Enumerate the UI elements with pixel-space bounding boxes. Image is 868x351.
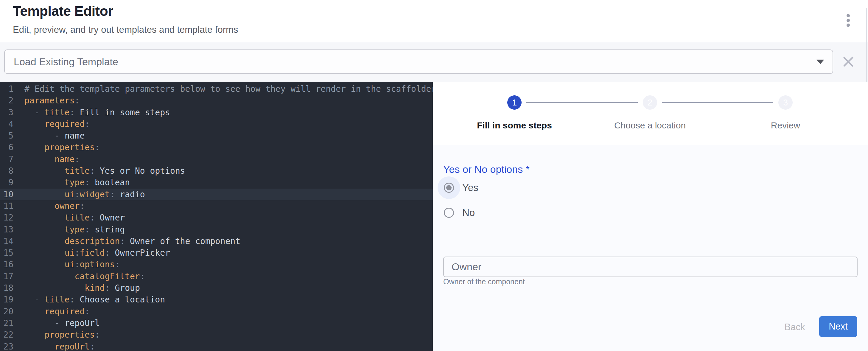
line-code: title: Owner — [24, 212, 125, 224]
code-line-7[interactable]: 7 name: — [0, 153, 433, 165]
code-lines: 1# Edit the template parameters below to… — [0, 83, 433, 351]
line-code: repoUrl: — [24, 341, 95, 351]
line-code: kind: Group — [24, 282, 140, 294]
code-line-18[interactable]: 18 kind: Group — [0, 282, 433, 294]
line-code: - title: Choose a location — [24, 294, 165, 305]
code-line-10[interactable]: 10 ui:widget: radio — [0, 188, 433, 200]
radio-no-label[interactable]: No — [462, 207, 552, 218]
step-label: Review — [726, 120, 845, 130]
step-label: Choose a location — [590, 120, 710, 130]
line-code: - name — [24, 130, 85, 142]
code-line-15[interactable]: 15 ui:field: OwnerPicker — [0, 247, 433, 259]
page-subtitle: Edit, preview, and try out templates and… — [13, 24, 238, 35]
code-line-13[interactable]: 13 type: string — [0, 224, 433, 235]
owner-field-helper: Owner of the component — [443, 277, 525, 286]
template-code-editor[interactable]: 1# Edit the template parameters below to… — [0, 82, 433, 351]
line-number: 13 — [0, 224, 13, 235]
next-button[interactable]: Next — [819, 316, 857, 337]
code-line-20[interactable]: 20 required: — [0, 306, 433, 317]
code-line-1[interactable]: 1# Edit the template parameters below to… — [0, 83, 433, 95]
line-code: ui:widget: radio — [24, 188, 145, 200]
line-number: 20 — [0, 306, 13, 317]
line-code: # Edit the template parameters below to … — [24, 83, 433, 95]
back-button[interactable]: Back — [775, 320, 814, 333]
line-number: 7 — [0, 153, 13, 165]
line-number: 15 — [0, 247, 13, 259]
line-number: 5 — [0, 130, 13, 142]
code-line-8[interactable]: 8 title: Yes or No options — [0, 165, 433, 177]
radio-no[interactable] — [444, 208, 454, 218]
line-number: 22 — [0, 329, 13, 341]
line-code: properties: — [24, 142, 100, 153]
step-choose-a-location[interactable]: 2 Choose a location — [590, 95, 710, 130]
line-number: 6 — [0, 142, 13, 153]
code-line-11[interactable]: 11 owner: — [0, 200, 433, 212]
code-line-2[interactable]: 2parameters: — [0, 95, 433, 106]
load-template-select-value: Load Existing Template — [14, 50, 118, 73]
line-code: description: Owner of the component — [24, 235, 240, 247]
step-label: Fill in some steps — [455, 120, 574, 130]
line-number: 16 — [0, 259, 13, 270]
step-review[interactable]: 3 Review — [726, 95, 845, 130]
page-header: Template Editor Edit, preview, and try o… — [0, 0, 868, 42]
code-line-3[interactable]: 3 - title: Fill in some steps — [0, 107, 433, 118]
line-number: 17 — [0, 270, 13, 282]
step-number-badge: 3 — [778, 95, 793, 110]
required-marker: * — [523, 164, 530, 175]
line-code: title: Yes or No options — [24, 165, 185, 177]
radio-group-label: Yes or No options * — [443, 164, 530, 175]
line-code: - repoUrl — [24, 317, 100, 329]
line-code: name: — [24, 153, 80, 165]
load-template-select[interactable]: Load Existing Template — [4, 50, 833, 74]
code-line-17[interactable]: 17 catalogFilter: — [0, 270, 433, 282]
line-number: 23 — [0, 341, 13, 351]
line-number: 1 — [0, 83, 13, 95]
line-code: - title: Fill in some steps — [24, 107, 170, 118]
line-number: 14 — [0, 235, 13, 247]
line-number: 11 — [0, 200, 13, 212]
owner-field[interactable]: Owner — [443, 257, 858, 277]
code-line-6[interactable]: 6 properties: — [0, 142, 433, 153]
code-line-4[interactable]: 4 required: — [0, 118, 433, 130]
template-form: Yes or No options * Yes No Owner Owner o… — [433, 145, 868, 351]
line-number: 3 — [0, 107, 13, 118]
line-number: 8 — [0, 165, 13, 177]
line-number: 10 — [0, 188, 13, 200]
line-number: 18 — [0, 282, 13, 294]
code-line-12[interactable]: 12 title: Owner — [0, 212, 433, 224]
line-code: ui:field: OwnerPicker — [24, 247, 170, 259]
caret-down-icon — [816, 60, 824, 64]
code-line-16[interactable]: 16 ui:options: — [0, 259, 433, 270]
line-number: 2 — [0, 95, 13, 106]
code-line-22[interactable]: 22 properties: — [0, 329, 433, 341]
toolbar: Load Existing Template — [0, 42, 868, 82]
line-number: 9 — [0, 177, 13, 188]
page-title: Template Editor — [13, 3, 113, 19]
line-code: parameters: — [24, 95, 80, 106]
line-code: owner: — [24, 200, 85, 212]
radio-selected-dot — [446, 185, 452, 191]
line-code: required: — [24, 118, 90, 130]
owner-field-label: Owner — [452, 257, 482, 276]
close-icon[interactable] — [842, 55, 855, 68]
line-code: ui:options: — [24, 259, 120, 270]
code-line-5[interactable]: 5 - name — [0, 130, 433, 142]
line-code: required: — [24, 306, 90, 317]
line-code: type: boolean — [24, 177, 130, 188]
step-fill-in-some-steps[interactable]: 1 Fill in some steps — [455, 95, 574, 130]
stepper: 1 Fill in some steps 2 Choose a location… — [433, 82, 868, 145]
line-code: properties: — [24, 329, 100, 341]
step-number-badge: 2 — [643, 95, 657, 110]
kebab-menu-icon[interactable] — [844, 14, 851, 29]
radio-yes-label[interactable]: Yes — [462, 182, 552, 194]
line-number: 12 — [0, 212, 13, 224]
line-number: 19 — [0, 294, 13, 305]
line-number: 4 — [0, 118, 13, 130]
radio-yes[interactable] — [444, 183, 454, 193]
code-line-19[interactable]: 19 - title: Choose a location — [0, 294, 433, 305]
code-line-21[interactable]: 21 - repoUrl — [0, 317, 433, 329]
code-line-14[interactable]: 14 description: Owner of the component — [0, 235, 433, 247]
code-line-9[interactable]: 9 type: boolean — [0, 177, 433, 188]
code-line-23[interactable]: 23 repoUrl: — [0, 341, 433, 351]
line-code: catalogFilter: — [24, 270, 145, 282]
